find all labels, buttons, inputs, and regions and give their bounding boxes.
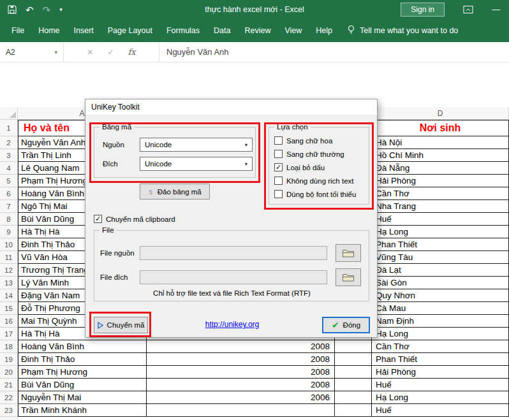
dao-bang-ma-button[interactable]: ↑↓ Đảo bảng mã	[140, 184, 210, 199]
name-box[interactable]: A2 ▾	[0, 42, 64, 62]
row-number-14[interactable]: 14	[0, 289, 18, 302]
dich-select[interactable]: Unicode ▾	[140, 157, 253, 171]
cell-year-19[interactable]: 2008	[147, 353, 335, 366]
cell-place-12[interactable]: Đà Lạt	[372, 264, 509, 277]
ribbon-tab-page-layout[interactable]: Page Layout	[101, 19, 159, 42]
ribbon-display-options-icon[interactable]	[463, 5, 473, 14]
ribbon-tab-file[interactable]: File	[4, 19, 31, 42]
qat-customize-caret-icon[interactable]: ▾	[59, 7, 63, 13]
cell-place-15[interactable]: Cà Mau	[372, 302, 509, 315]
cell-name-18[interactable]: Hoàng Văn Bình	[18, 340, 147, 353]
row-number-11[interactable]: 11	[0, 251, 18, 264]
cell-place-20[interactable]: Hải Phòng	[372, 366, 509, 379]
file-nguon-input[interactable]	[140, 246, 327, 260]
cell-year-22[interactable]: 2006	[147, 391, 335, 404]
name-box-caret-icon[interactable]: ▾	[54, 49, 57, 55]
cell-gap-23[interactable]	[335, 404, 372, 417]
save-icon[interactable]	[8, 5, 17, 14]
row-number-20[interactable]: 20	[0, 366, 18, 379]
cell-name-20[interactable]: Phạm Thị Hương	[18, 366, 147, 379]
row-number-3[interactable]: 3	[0, 149, 18, 162]
cell-gap-20[interactable]	[335, 366, 372, 379]
ribbon-tab-home[interactable]: Home	[31, 19, 66, 42]
row-number-16[interactable]: 16	[0, 315, 18, 328]
row-number-4[interactable]: 4	[0, 162, 18, 175]
cell-place-7[interactable]: Nha Trang	[372, 200, 509, 213]
row-number-2[interactable]: 2	[0, 136, 18, 149]
ribbon-tab-review[interactable]: Review	[237, 19, 277, 42]
cell-place-13[interactable]: Sài Gòn	[372, 277, 509, 289]
minimize-icon[interactable]: —	[492, 0, 500, 18]
row-number-9[interactable]: 9	[0, 226, 18, 238]
row-number-13[interactable]: 13	[0, 277, 18, 289]
unikey-link[interactable]: http://unikey.org	[205, 320, 260, 329]
dong-button[interactable]: ✔ Đóng	[322, 317, 370, 333]
row-number-15[interactable]: 15	[0, 302, 18, 315]
cell-place-4[interactable]: Đà Nẵng	[372, 162, 509, 175]
cell-place-5[interactable]: Hải Phòng	[372, 175, 509, 187]
cell-year-21[interactable]: 2008	[147, 379, 335, 391]
row-number-10[interactable]: 10	[0, 238, 18, 251]
sang-chu-thuong-checkbox[interactable]	[274, 150, 283, 158]
row-number-5[interactable]: 5	[0, 175, 18, 187]
cell-gap-19[interactable]	[335, 353, 372, 366]
cell-place-16[interactable]: Nam Định	[372, 315, 509, 328]
cell-name-21[interactable]: Bùi Văn Dũng	[18, 379, 147, 391]
cell-year-23[interactable]	[147, 404, 335, 417]
row-number-19[interactable]: 19	[0, 353, 18, 366]
row-number-22[interactable]: 22	[0, 391, 18, 404]
row-number-1[interactable]: 1	[0, 120, 18, 136]
cell-gap-21[interactable]	[335, 379, 372, 391]
cell-place-18[interactable]: Cần Thơ	[372, 340, 509, 353]
cell-year-20[interactable]: 2008	[147, 366, 335, 379]
insert-function-icon[interactable]: fx	[128, 47, 135, 57]
file-dich-input[interactable]	[140, 270, 327, 284]
cell-place-22[interactable]: Hạ Long	[372, 391, 509, 404]
ribbon-tab-insert[interactable]: Insert	[67, 19, 101, 42]
column-header-d[interactable]: D	[372, 107, 509, 120]
cell-place-17[interactable]: Hạ Long	[372, 328, 509, 340]
ribbon-tab-data[interactable]: Data	[207, 19, 237, 42]
cell-place-14[interactable]: Quy Nhơn	[372, 289, 509, 302]
loai-bo-dau-checkbox[interactable]: ✓	[274, 163, 283, 171]
sang-chu-hoa-checkbox[interactable]	[274, 136, 283, 145]
cell-name-23[interactable]: Trần Minh Khánh	[18, 404, 147, 417]
cell-place-6[interactable]: Cần Thơ	[372, 187, 509, 200]
cell-place-23[interactable]: Huế	[372, 404, 509, 417]
chuyen-ma-button[interactable]: Chuyển mã	[94, 317, 148, 333]
undo-icon[interactable]: ↶	[26, 5, 34, 15]
dung-bo-font-toi-thieu-checkbox[interactable]	[274, 190, 283, 198]
file-nguon-browse-button[interactable]	[336, 244, 361, 262]
row-number-24[interactable]	[0, 417, 18, 420]
redo-icon[interactable]: ↷	[43, 5, 51, 15]
cell-place-11[interactable]: Vũng Tàu	[372, 251, 509, 264]
row-number-23[interactable]: 23	[0, 404, 18, 417]
cell-name-19[interactable]: Đinh Thị Thảo	[18, 353, 147, 366]
cell-place-1[interactable]: Nơi sinh	[372, 120, 509, 136]
file-dich-browse-button[interactable]	[336, 268, 361, 286]
cell-year-18[interactable]: 2008	[147, 340, 335, 353]
row-number-17[interactable]: 17	[0, 328, 18, 340]
ribbon-tab-formulas[interactable]: Formulas	[159, 19, 207, 42]
khong-dung-rich-text-checkbox[interactable]	[274, 177, 283, 185]
cell-place-21[interactable]: Huế	[372, 379, 509, 391]
row-number-21[interactable]: 21	[0, 379, 18, 391]
cell-place-2[interactable]: Hà Nội	[372, 136, 509, 149]
cell-place-19[interactable]: Phan Thiết	[372, 353, 509, 366]
cell-place-9[interactable]: Hạ Long	[372, 226, 509, 238]
cell-gap-18[interactable]	[335, 340, 372, 353]
cell-place-10[interactable]: Phan Thiết	[372, 238, 509, 251]
row-number-12[interactable]: 12	[0, 264, 18, 277]
formula-input[interactable]: Nguyễn Văn Anh	[159, 42, 509, 62]
nguon-select[interactable]: Unicode ▾	[140, 138, 253, 152]
clipboard-checkbox[interactable]: ✓	[94, 215, 102, 223]
tell-me-box[interactable]: Tell me what you want to do	[347, 25, 458, 36]
sign-in-button[interactable]: Sign in	[401, 3, 445, 17]
ribbon-tab-help[interactable]: Help	[309, 19, 339, 42]
cell-place-8[interactable]: Huế	[372, 213, 509, 226]
cell-place-3[interactable]: Hồ Chí Minh	[372, 149, 509, 162]
cell-name-22[interactable]: Nguyễn Thị Mai	[18, 391, 147, 404]
cancel-icon[interactable]: ✕	[87, 48, 93, 57]
enter-icon[interactable]: ✓	[107, 48, 114, 57]
row-number-8[interactable]: 8	[0, 213, 18, 226]
